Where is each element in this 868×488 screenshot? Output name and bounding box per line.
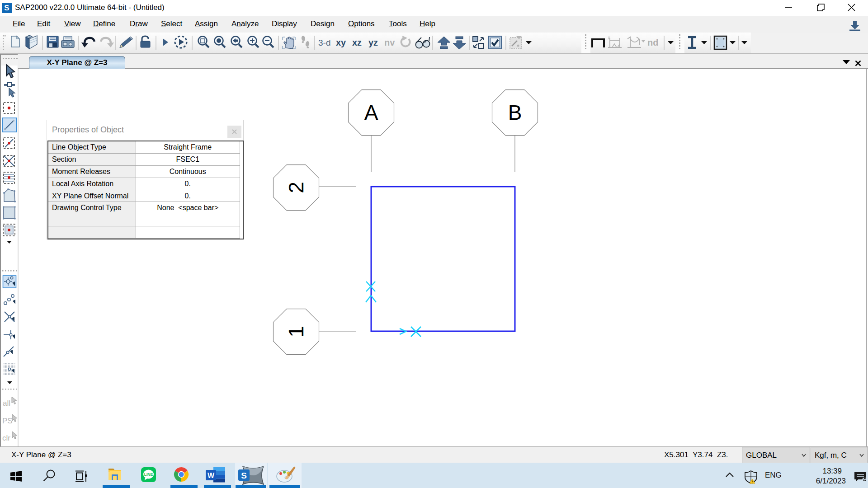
svg-text:13:39: 13:39	[822, 467, 842, 475]
svg-text:B: B	[508, 101, 522, 124]
svg-text:PS: PS	[2, 417, 13, 425]
svg-text:nv: nv	[384, 38, 395, 47]
svg-text:S: S	[241, 471, 247, 480]
svg-text:2: 2	[284, 182, 308, 193]
svg-text:6/1/2023: 6/1/2023	[816, 477, 846, 485]
svg-text:W: W	[208, 472, 215, 479]
svg-text:yz: yz	[368, 38, 378, 47]
svg-text:3-d: 3-d	[318, 38, 330, 47]
svg-text:ENG: ENG	[765, 471, 782, 479]
svg-text:xz: xz	[352, 38, 362, 47]
svg-text:clr: clr	[2, 434, 10, 442]
svg-text:all: all	[3, 399, 10, 408]
svg-text:xy: xy	[336, 38, 346, 47]
svg-text:1: 1	[284, 326, 308, 338]
svg-text:nd: nd	[647, 38, 658, 47]
svg-text:LINE: LINE	[144, 472, 153, 477]
svg-text:A: A	[364, 101, 378, 124]
